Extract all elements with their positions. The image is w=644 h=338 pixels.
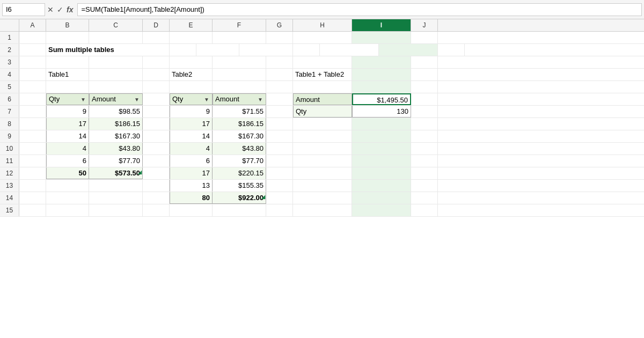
cell-d12[interactable]	[143, 167, 170, 179]
cell-c10[interactable]: $43.80	[89, 143, 143, 155]
cell-h6-summary-label[interactable]: Amount	[293, 93, 352, 105]
cell-f6-amount-header[interactable]: Amount ▼	[213, 93, 266, 105]
cell-e8[interactable]: 17	[170, 118, 213, 130]
cell-f11[interactable]: $77.70	[213, 155, 266, 167]
cell-c5[interactable]	[89, 81, 143, 93]
cell-a9[interactable]	[19, 130, 46, 142]
cell-i6-summary-amount[interactable]: $1,495.50	[352, 93, 411, 105]
cell-c14[interactable]	[89, 192, 143, 204]
cell-d8[interactable]	[143, 118, 170, 130]
cell-j1[interactable]	[411, 32, 438, 43]
cell-f13[interactable]: $155.35	[213, 180, 266, 192]
cell-i2[interactable]	[379, 44, 438, 56]
cell-f15[interactable]	[213, 204, 266, 216]
cell-i7-qty-value[interactable]: 130	[352, 106, 411, 117]
cell-a14[interactable]	[19, 192, 46, 204]
cell-c6-amount-header[interactable]: Amount ▼	[89, 93, 143, 105]
cell-h5[interactable]	[293, 81, 352, 93]
cell-f12[interactable]: $220.15	[213, 167, 266, 179]
cell-j2[interactable]	[438, 44, 465, 56]
cell-g13[interactable]	[266, 180, 293, 192]
cell-g12[interactable]	[266, 167, 293, 179]
cell-j10[interactable]	[411, 143, 438, 155]
cell-a8[interactable]	[19, 118, 46, 130]
cell-h10[interactable]	[293, 143, 352, 155]
cell-a13[interactable]	[19, 180, 46, 192]
cell-a3[interactable]	[19, 56, 46, 68]
cell-h12[interactable]	[293, 167, 352, 179]
cell-e15[interactable]	[170, 204, 213, 216]
cell-c11[interactable]: $77.70	[89, 155, 143, 167]
cell-e1[interactable]	[170, 32, 213, 43]
cell-d7[interactable]	[143, 106, 170, 117]
cell-i4[interactable]	[352, 69, 411, 80]
cell-b8[interactable]: 17	[46, 118, 89, 130]
cell-a1[interactable]	[19, 32, 46, 43]
cell-c15[interactable]	[89, 204, 143, 216]
cell-c12[interactable]: $573.50 ◢	[89, 167, 143, 179]
cell-j8[interactable]	[411, 118, 438, 130]
cell-i11[interactable]	[352, 155, 411, 167]
col-header-d[interactable]: D	[143, 19, 170, 31]
cell-h13[interactable]	[293, 180, 352, 192]
cell-h14[interactable]	[293, 192, 352, 204]
cell-b13[interactable]	[46, 180, 89, 192]
cell-a12[interactable]	[19, 167, 46, 179]
cell-f1[interactable]	[213, 32, 266, 43]
cell-i13[interactable]	[352, 180, 411, 192]
cell-j11[interactable]	[411, 155, 438, 167]
cell-h2[interactable]	[320, 44, 379, 56]
cell-i15[interactable]	[352, 204, 411, 216]
cell-a11[interactable]	[19, 155, 46, 167]
cell-g1[interactable]	[266, 32, 293, 43]
cell-a5[interactable]	[19, 81, 46, 93]
cell-f10[interactable]: $43.80	[213, 143, 266, 155]
cell-h15[interactable]	[293, 204, 352, 216]
cell-e2[interactable]	[196, 44, 239, 56]
col-header-f[interactable]: F	[213, 19, 266, 31]
cell-g9[interactable]	[266, 130, 293, 142]
cell-d11[interactable]	[143, 155, 170, 167]
cell-e4[interactable]: Table2	[170, 69, 213, 80]
cell-j4[interactable]	[411, 69, 438, 80]
cell-e12[interactable]: 17	[170, 167, 213, 179]
col-header-a[interactable]: A	[19, 19, 46, 31]
cell-g5[interactable]	[266, 81, 293, 93]
cell-i12[interactable]	[352, 167, 411, 179]
cell-i9[interactable]	[352, 130, 411, 142]
col-header-c[interactable]: C	[89, 19, 143, 31]
cell-d6[interactable]	[143, 93, 170, 105]
cell-c3[interactable]	[89, 56, 143, 68]
cancel-icon[interactable]: ✕	[47, 5, 54, 14]
cell-e10[interactable]: 4	[170, 143, 213, 155]
table2-amount-filter[interactable]: ▼	[257, 97, 264, 102]
cell-c13[interactable]	[89, 180, 143, 192]
cell-a2[interactable]	[19, 44, 46, 56]
cell-b5[interactable]	[46, 81, 89, 93]
cell-j9[interactable]	[411, 130, 438, 142]
cell-j3[interactable]	[411, 56, 438, 68]
cell-d4[interactable]	[143, 69, 170, 80]
cell-f9[interactable]: $167.30	[213, 130, 266, 142]
cell-j15[interactable]	[411, 204, 438, 216]
cell-c8[interactable]: $186.15	[89, 118, 143, 130]
table1-qty-filter[interactable]: ▼	[80, 97, 86, 102]
cell-g11[interactable]	[266, 155, 293, 167]
cell-a4[interactable]	[19, 69, 46, 80]
formula-input[interactable]: =SUM(Table1[Amount],Table2[Amount])	[77, 3, 642, 16]
cell-i5[interactable]	[352, 81, 411, 93]
cell-c1[interactable]	[89, 32, 143, 43]
cell-i1[interactable]	[352, 32, 411, 43]
cell-j6[interactable]	[411, 93, 438, 105]
cell-d9[interactable]	[143, 130, 170, 142]
cell-g7[interactable]	[266, 106, 293, 117]
cell-b12[interactable]: 50	[46, 167, 89, 179]
col-header-j[interactable]: J	[411, 19, 438, 31]
cell-b9[interactable]: 14	[46, 130, 89, 142]
cell-e9[interactable]: 14	[170, 130, 213, 142]
table2-qty-filter[interactable]: ▼	[203, 97, 210, 102]
cell-d1[interactable]	[143, 32, 170, 43]
cell-a6[interactable]	[19, 93, 46, 105]
cell-e14[interactable]: 80	[170, 192, 213, 204]
cell-j13[interactable]	[411, 180, 438, 192]
